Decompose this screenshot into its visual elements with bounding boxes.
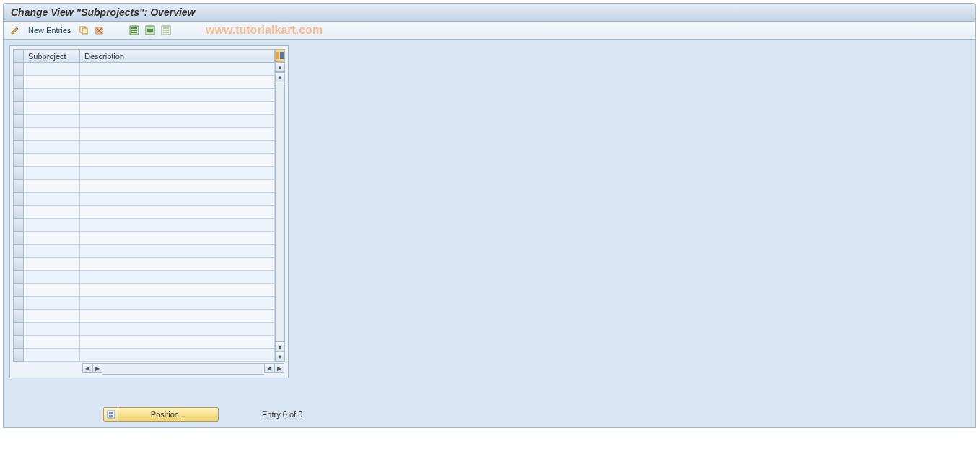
cell-subproject[interactable] xyxy=(24,284,80,297)
row-selector[interactable] xyxy=(14,180,24,193)
cell-subproject[interactable] xyxy=(24,128,80,141)
cell-description[interactable] xyxy=(80,219,275,232)
cell-description[interactable] xyxy=(80,349,275,362)
cell-subproject[interactable] xyxy=(24,63,80,76)
cell-subproject[interactable] xyxy=(24,193,80,206)
svg-rect-19 xyxy=(109,415,113,417)
cell-description[interactable] xyxy=(80,89,275,102)
edit-icon[interactable] xyxy=(9,25,21,36)
scroll-up-bottom-icon[interactable]: ▲ xyxy=(275,341,285,352)
new-entries-button[interactable]: New Entries xyxy=(25,26,74,35)
cell-description[interactable] xyxy=(80,271,275,284)
row-selector[interactable] xyxy=(14,310,24,323)
horizontal-scrollbar[interactable]: ◀ ▶ ◀ ▶ xyxy=(82,363,284,375)
cell-subproject[interactable] xyxy=(24,323,80,336)
position-button[interactable]: Position... xyxy=(103,407,219,422)
cell-description[interactable] xyxy=(80,310,275,323)
toolbar: New Entries www.tutorialkart.com xyxy=(3,22,976,40)
delete-icon[interactable] xyxy=(94,25,105,36)
row-selector[interactable] xyxy=(14,232,24,245)
cell-subproject[interactable] xyxy=(24,141,80,154)
row-selector[interactable] xyxy=(14,141,24,154)
table-settings-icon[interactable] xyxy=(275,49,285,62)
cell-subproject[interactable] xyxy=(24,349,80,362)
row-selector[interactable] xyxy=(14,76,24,89)
cell-subproject[interactable] xyxy=(24,102,80,115)
cell-description[interactable] xyxy=(80,76,275,89)
cell-subproject[interactable] xyxy=(24,167,80,180)
row-selector[interactable] xyxy=(14,336,24,349)
cell-description[interactable] xyxy=(80,115,275,128)
column-header-subproject[interactable]: Subproject xyxy=(24,50,80,63)
cell-description[interactable] xyxy=(80,323,275,336)
scroll-left-end-icon[interactable]: ◀ xyxy=(264,363,274,373)
vertical-scrollbar[interactable]: ▲ ▼ ▲ ▼ xyxy=(275,62,285,362)
cell-description[interactable] xyxy=(80,284,275,297)
cell-subproject[interactable] xyxy=(24,89,80,102)
cell-description[interactable] xyxy=(80,193,275,206)
scroll-down-bottom-icon[interactable]: ▼ xyxy=(275,352,285,362)
cell-description[interactable] xyxy=(80,63,275,76)
row-selector[interactable] xyxy=(14,245,24,258)
cell-subproject[interactable] xyxy=(24,219,80,232)
table-wrapper: Subproject Description ▲ ▼ ▲ xyxy=(9,45,289,378)
table-right-column: ▲ ▼ ▲ ▼ xyxy=(275,49,285,362)
scroll-up-icon[interactable]: ▲ xyxy=(275,62,285,72)
row-selector[interactable] xyxy=(14,219,24,232)
row-selector[interactable] xyxy=(14,167,24,180)
cell-subproject[interactable] xyxy=(24,232,80,245)
row-selector[interactable] xyxy=(14,193,24,206)
cell-subproject[interactable] xyxy=(24,336,80,349)
deselect-all-icon[interactable] xyxy=(160,25,172,36)
cell-subproject[interactable] xyxy=(24,76,80,89)
table-row xyxy=(14,76,275,89)
hscroll-track[interactable] xyxy=(102,363,264,375)
cell-description[interactable] xyxy=(80,154,275,167)
row-selector[interactable] xyxy=(14,128,24,141)
scroll-right-end-icon[interactable]: ▶ xyxy=(274,363,284,373)
table-row xyxy=(14,284,275,297)
row-selector[interactable] xyxy=(14,89,24,102)
cell-description[interactable] xyxy=(80,141,275,154)
select-block-icon[interactable] xyxy=(144,25,156,36)
cell-description[interactable] xyxy=(80,245,275,258)
row-selector[interactable] xyxy=(14,154,24,167)
cell-subproject[interactable] xyxy=(24,206,80,219)
row-selector[interactable] xyxy=(14,349,24,362)
cell-subproject[interactable] xyxy=(24,154,80,167)
scroll-down-icon[interactable]: ▼ xyxy=(275,72,285,82)
row-selector[interactable] xyxy=(14,297,24,310)
row-selector[interactable] xyxy=(14,115,24,128)
row-selector[interactable] xyxy=(14,258,24,271)
scroll-left-icon[interactable]: ◀ xyxy=(82,363,92,373)
cell-description[interactable] xyxy=(80,297,275,310)
cell-description[interactable] xyxy=(80,180,275,193)
cell-subproject[interactable] xyxy=(24,271,80,284)
cell-description[interactable] xyxy=(80,102,275,115)
copy-icon[interactable] xyxy=(78,25,89,36)
cell-description[interactable] xyxy=(80,128,275,141)
cell-subproject[interactable] xyxy=(24,180,80,193)
svg-rect-13 xyxy=(163,30,169,31)
row-selector[interactable] xyxy=(14,284,24,297)
row-selector[interactable] xyxy=(14,271,24,284)
cell-description[interactable] xyxy=(80,336,275,349)
row-selector[interactable] xyxy=(14,206,24,219)
row-selector[interactable] xyxy=(14,323,24,336)
cell-description[interactable] xyxy=(80,167,275,180)
cell-subproject[interactable] xyxy=(24,297,80,310)
cell-subproject[interactable] xyxy=(24,245,80,258)
cell-subproject[interactable] xyxy=(24,310,80,323)
cell-description[interactable] xyxy=(80,258,275,271)
column-header-description[interactable]: Description xyxy=(80,50,275,63)
cell-description[interactable] xyxy=(80,232,275,245)
row-selector[interactable] xyxy=(14,102,24,115)
cell-subproject[interactable] xyxy=(24,115,80,128)
row-selector-header[interactable] xyxy=(14,50,24,63)
row-selector[interactable] xyxy=(14,63,24,76)
cell-subproject[interactable] xyxy=(24,258,80,271)
scroll-right-icon[interactable]: ▶ xyxy=(92,363,102,373)
cell-description[interactable] xyxy=(80,206,275,219)
scroll-track[interactable] xyxy=(275,82,285,341)
select-all-icon[interactable] xyxy=(128,25,140,36)
